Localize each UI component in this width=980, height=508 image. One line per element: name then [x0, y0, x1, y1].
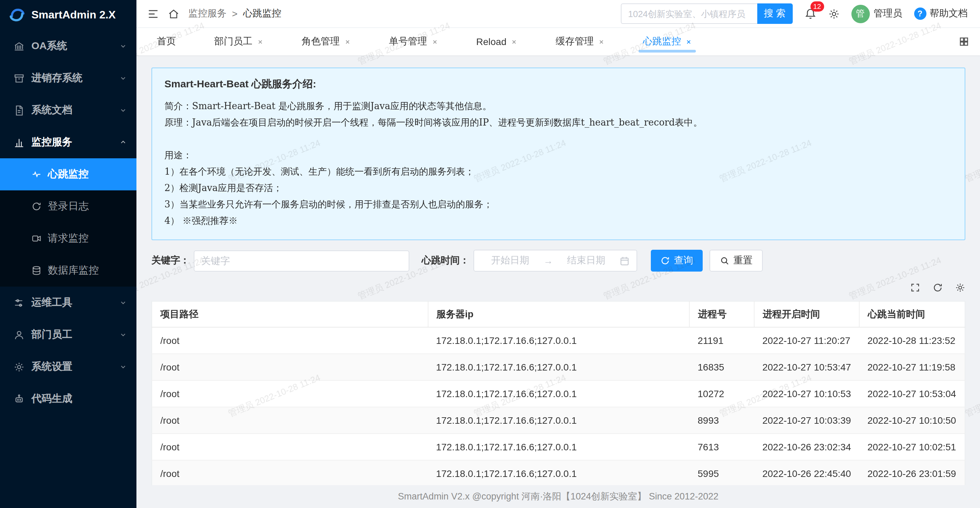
notifications[interactable]: 12	[804, 6, 816, 21]
cell-project-path: /root	[152, 327, 428, 354]
sidebar-item-code-generator[interactable]: 代码生成	[0, 383, 137, 415]
cell-heartbeat-time: 2022-10-26 23:01:59	[859, 460, 965, 487]
close-icon[interactable]	[511, 38, 517, 45]
home-icon[interactable]	[168, 8, 180, 19]
cell-process-start-time: 2022-10-27 10:10:53	[754, 381, 859, 407]
sidebar-item-label: 运维工具	[31, 296, 119, 309]
column-header: 进程号	[689, 301, 754, 327]
cell-server-ip: 172.18.0.1;172.17.16.6;127.0.0.1	[428, 381, 689, 407]
database-icon	[31, 266, 41, 275]
filter-bar: 关键字： 心跳时间： 开始日期 → 结束日期 查询	[151, 250, 965, 272]
tab-layout-grid-icon[interactable]	[958, 36, 969, 47]
sidebar-item-label: 代码生成	[31, 392, 127, 405]
header-right: 搜 索 12 管 管理员 ? 帮助文档	[620, 3, 968, 24]
sidebar-item-database-monitor[interactable]: 数据库监控	[0, 255, 137, 287]
intro-line: 用途：	[164, 147, 952, 163]
cell-project-path: /root	[152, 460, 428, 487]
tab-home[interactable]: 首页	[157, 28, 176, 55]
sidebar-item-system-settings[interactable]: 系统设置	[0, 351, 137, 383]
sidebar-item-heartbeat-monitor[interactable]: 心跳监控	[0, 158, 137, 190]
search-button[interactable]: 搜 索	[757, 3, 792, 24]
menu-fold-icon[interactable]	[147, 8, 159, 19]
query-button[interactable]: 查询	[651, 250, 703, 272]
search-input[interactable]	[620, 3, 757, 24]
cell-heartbeat-time: 2022-10-27 10:10:50	[859, 407, 965, 434]
breadcrumb-parent[interactable]: 监控服务	[188, 8, 226, 20]
tab-label: 部门员工	[214, 35, 253, 48]
date-range-picker[interactable]: 开始日期 → 结束日期	[474, 250, 637, 272]
sidebar-item-ops-tools[interactable]: 运维工具	[0, 287, 137, 318]
tab-reload[interactable]: Reload	[476, 28, 517, 55]
refresh-icon	[660, 256, 670, 266]
cell-process-id: 5995	[689, 460, 754, 487]
notification-badge: 12	[810, 1, 824, 11]
column-header: 服务器ip	[428, 301, 689, 327]
close-icon[interactable]	[345, 38, 351, 45]
cell-process-start-time: 2022-10-27 10:53:47	[754, 354, 859, 381]
inventory-box-icon	[14, 73, 25, 84]
heartbeat-time-label: 心跳时间：	[422, 255, 469, 267]
cell-process-start-time: 2022-10-27 11:20:27	[754, 327, 859, 354]
heartbeat-icon	[31, 169, 41, 180]
tab-cache-manage[interactable]: 缓存管理	[556, 28, 605, 55]
question-circle-icon: ?	[914, 8, 926, 20]
query-button-label: 查询	[674, 255, 693, 267]
search-icon	[720, 256, 729, 266]
cell-heartbeat-time: 2022-10-28 11:23:52	[859, 327, 965, 354]
sidebar-item-system-docs[interactable]: 系统文档	[0, 94, 137, 126]
tab-dept-staff[interactable]: 部门员工	[214, 28, 263, 55]
fullscreen-icon[interactable]	[910, 282, 920, 293]
close-icon[interactable]	[257, 38, 263, 45]
gear-icon[interactable]	[828, 8, 840, 19]
footer-text: SmartAdmin V2.x @copyright 河南·洛阳【1024创新实…	[398, 490, 719, 503]
refresh-icon[interactable]	[932, 282, 942, 293]
tab-role-manage[interactable]: 角色管理	[302, 28, 351, 55]
arrow-right-icon: →	[543, 255, 553, 266]
table-row: /root 172.18.0.1;172.17.16.6;127.0.0.1 1…	[152, 354, 965, 381]
global-search: 搜 索	[620, 3, 792, 24]
sidebar-item-label: 请求监控	[48, 232, 89, 245]
table-header-row: 项目路径 服务器ip 进程号 进程开启时间 心跳当前时间	[152, 301, 965, 327]
cell-server-ip: 172.18.0.1;172.17.16.6;127.0.0.1	[428, 434, 689, 460]
reset-button-label: 重置	[733, 255, 752, 267]
close-icon[interactable]	[599, 38, 605, 45]
user-menu[interactable]: 管 管理员	[851, 5, 902, 23]
app-logo[interactable]: SmartAdmin 2.X	[0, 0, 137, 30]
intro-line: 1）在各个环境（无论开发、测试、生产）能统一看到所有启动的服务列表；	[164, 163, 952, 180]
reset-button[interactable]: 重置	[710, 250, 763, 272]
cell-process-id: 7613	[689, 434, 754, 460]
sidebar-item-oa-system[interactable]: OA系统	[0, 30, 137, 62]
sidebar-item-label: 监控服务	[31, 136, 119, 149]
gear-icon	[14, 361, 25, 372]
swirl-logo-icon	[8, 6, 26, 24]
help-docs[interactable]: ? 帮助文档	[914, 8, 968, 20]
sidebar-item-dept-staff[interactable]: 部门员工	[0, 318, 137, 351]
gear-icon[interactable]	[955, 282, 965, 293]
sidebar-item-inventory-system[interactable]: 进销存系统	[0, 62, 137, 94]
column-header: 进程开启时间	[754, 301, 859, 327]
tab-heartbeat-monitor[interactable]: 心跳监控	[643, 28, 692, 55]
cell-process-id: 21191	[689, 327, 754, 354]
cell-process-id: 10272	[689, 381, 754, 407]
tab-label: 首页	[157, 35, 176, 48]
login-log-icon	[31, 201, 41, 212]
column-header: 心跳当前时间	[859, 301, 965, 327]
date-start-placeholder: 开始日期	[481, 255, 539, 267]
tab-label: 缓存管理	[556, 35, 594, 48]
page-footer: SmartAdmin V2.x @copyright 河南·洛阳【1024创新实…	[137, 485, 980, 508]
keyword-label: 关键字：	[151, 255, 190, 267]
sidebar-item-monitor-service[interactable]: 监控服务	[0, 126, 137, 158]
chevron-down-icon	[119, 42, 127, 50]
tab-order-manage[interactable]: 单号管理	[389, 28, 438, 55]
page-tabs: 首页 部门员工 角色管理 单号管理 Reload	[137, 28, 980, 55]
close-icon[interactable]	[432, 38, 438, 45]
sidebar-item-request-monitor[interactable]: 请求监控	[0, 223, 137, 255]
sidebar-item-login-log[interactable]: 登录日志	[0, 190, 137, 223]
close-icon[interactable]	[686, 38, 692, 45]
cell-process-start-time: 2022-10-26 22:45:40	[754, 460, 859, 487]
keyword-input[interactable]	[194, 250, 409, 271]
intro-line: 原理：Java后端会在项目启动的时候开启一个线程，每隔一段时间将该应用的IP、进…	[164, 114, 952, 130]
chevron-up-icon	[119, 139, 127, 146]
cell-project-path: /root	[152, 434, 428, 460]
intro-line: 2）检测Java应用是否存活；	[164, 180, 952, 196]
